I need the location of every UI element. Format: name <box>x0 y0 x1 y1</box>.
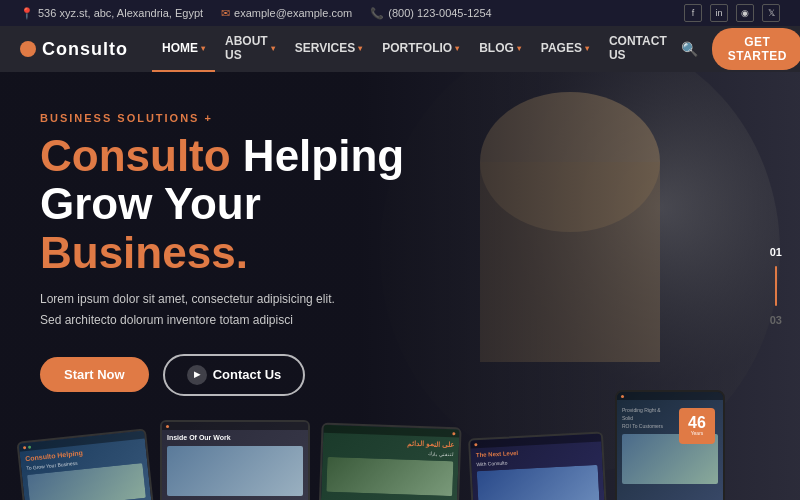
badge-number: 46 <box>688 415 706 431</box>
slide-indicators: 01 03 <box>770 246 782 326</box>
device-2: Inside Of Our Work <box>160 420 310 500</box>
hero-subtitle: BUSINESS SOLUTIONS + <box>40 112 480 124</box>
nav-about[interactable]: ABOUT US ▾ <box>215 26 285 72</box>
device-5-topbar <box>617 392 723 400</box>
device-5-content: Providing Right &SolidROI To Customers 4… <box>617 400 723 500</box>
device-dot <box>474 443 477 446</box>
device-4: The Next Level With Consulto <box>468 432 608 500</box>
chevron-down-icon: ▾ <box>585 44 589 53</box>
linkedin-icon[interactable]: in <box>710 4 728 22</box>
device-1: Consulto Helping To Grow Your Business <box>16 428 155 500</box>
badge-label: Years <box>691 431 704 437</box>
nav-contact[interactable]: CONTACT US <box>599 26 677 72</box>
start-now-button[interactable]: Start Now <box>40 357 149 392</box>
hero-description: Lorem ipsum dolor sit amet, consectetur … <box>40 289 440 330</box>
device-2-title: Inside Of Our Work <box>167 434 303 442</box>
topbar-email: ✉ example@example.com <box>221 7 352 20</box>
chevron-down-icon: ▾ <box>455 44 459 53</box>
device-2-img <box>167 446 303 496</box>
topbar-left: 📍 536 xyz.st, abc, Alexandria, Egypt ✉ e… <box>20 7 492 20</box>
slide-line <box>775 266 777 306</box>
slide-number-inactive[interactable]: 03 <box>770 314 782 326</box>
hero-highlight: Business. <box>40 228 248 277</box>
phone-icon: 📞 <box>370 7 384 20</box>
device-1-screen: Consulto Helping To Grow Your Business <box>19 431 154 500</box>
nav-blog[interactable]: BLOG ▾ <box>469 26 531 72</box>
device-3-screen: على النمو الدائم لتنفتي بارك <box>320 425 459 500</box>
slide-number-active[interactable]: 01 <box>770 246 782 258</box>
email-icon: ✉ <box>221 7 230 20</box>
device-5: Providing Right &SolidROI To Customers 4… <box>615 390 725 500</box>
device-dot <box>452 432 455 435</box>
search-icon[interactable]: 🔍 <box>677 37 702 61</box>
location-icon: 📍 <box>20 7 34 20</box>
device-4-content: The Next Level With Consulto <box>471 442 606 500</box>
chevron-down-icon: ▾ <box>271 44 275 53</box>
device-3-img <box>326 457 453 496</box>
facebook-icon[interactable]: f <box>684 4 702 22</box>
device-dot <box>166 425 169 428</box>
nav-portfolio[interactable]: PORTFOLIO ▾ <box>372 26 469 72</box>
hero-title: Consulto Helping Grow Your Business. <box>40 132 480 277</box>
badge-46: 46 Years <box>679 408 715 444</box>
chevron-down-icon: ▾ <box>358 44 362 53</box>
device-3: على النمو الدائم لتنفتي بارك <box>318 423 461 500</box>
device-dot <box>28 445 31 448</box>
device-2-topbar <box>162 422 308 430</box>
device-3-content: على النمو الدائم لتنفتي بارك <box>320 433 459 500</box>
nav-services[interactable]: SERVICES ▾ <box>285 26 372 72</box>
topbar-socials: f in ◉ 𝕏 <box>684 4 780 22</box>
device-2-content: Inside Of Our Work <box>162 430 308 500</box>
topbar: 📍 536 xyz.st, abc, Alexandria, Egypt ✉ e… <box>0 0 800 26</box>
nav-pages[interactable]: PAGES ▾ <box>531 26 599 72</box>
nav-links: HOME ▾ ABOUT US ▾ SERVICES ▾ PORTFOLIO ▾… <box>152 26 677 72</box>
device-2-screen: Inside Of Our Work <box>162 422 308 500</box>
hero-content: BUSINESS SOLUTIONS + Consulto Helping Gr… <box>0 72 520 396</box>
get-started-button[interactable]: Get Started <box>712 28 800 70</box>
device-4-screen: The Next Level With Consulto <box>470 434 605 500</box>
device-row: Consulto Helping To Grow Your Business I… <box>20 390 750 500</box>
device-4-img <box>477 465 600 500</box>
device-dot <box>23 446 26 449</box>
chevron-down-icon: ▾ <box>201 44 205 53</box>
instagram-icon[interactable]: ◉ <box>736 4 754 22</box>
hero-section: BUSINESS SOLUTIONS + Consulto Helping Gr… <box>0 72 800 500</box>
chevron-down-icon: ▾ <box>517 44 521 53</box>
twitter-icon[interactable]: 𝕏 <box>762 4 780 22</box>
nav-right: 🔍 Get Started <box>677 28 800 70</box>
logo-dot <box>20 41 36 57</box>
topbar-phone: 📞 (800) 123-0045-1254 <box>370 7 491 20</box>
hero-brand-name: Consulto <box>40 131 231 180</box>
topbar-address: 📍 536 xyz.st, abc, Alexandria, Egypt <box>20 7 203 20</box>
device-dot <box>621 395 624 398</box>
logo-text: Consulto <box>42 39 128 60</box>
play-icon: ▶ <box>187 365 207 385</box>
nav-home[interactable]: HOME ▾ <box>152 26 215 72</box>
navbar: Consulto HOME ▾ ABOUT US ▾ SERVICES ▾ PO… <box>0 26 800 72</box>
device-5-screen: Providing Right &SolidROI To Customers 4… <box>617 392 723 500</box>
logo[interactable]: Consulto <box>20 39 128 60</box>
